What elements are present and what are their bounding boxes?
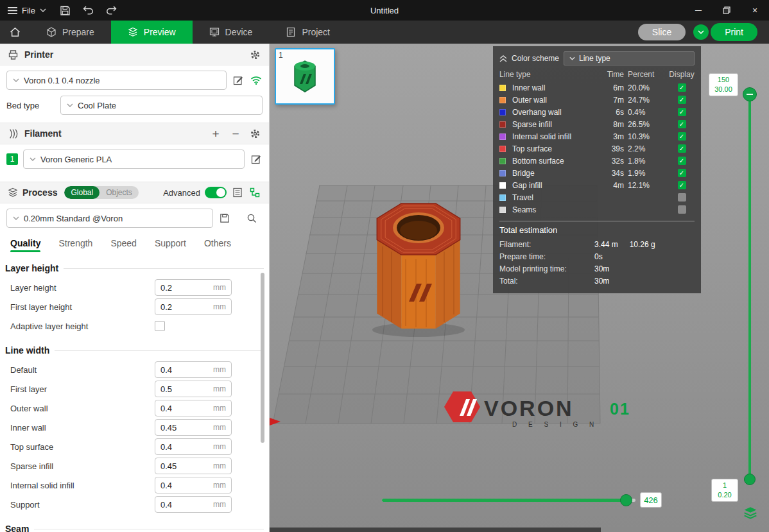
remove-filament-button[interactable]: − — [229, 128, 243, 140]
line-type-swatch — [499, 133, 506, 140]
line-type-swatch — [499, 207, 506, 213]
tab-preview[interactable]: Preview — [111, 21, 193, 44]
home-button[interactable] — [0, 21, 30, 44]
bed-type-label: Bed type — [6, 101, 55, 110]
model-object[interactable] — [372, 203, 465, 337]
tab-prepare[interactable]: Prepare — [30, 21, 111, 44]
minimize-button[interactable]: ─ — [684, 0, 713, 21]
plate-logo-text: VORON — [484, 396, 574, 420]
legend-row: Bridge 34s 1.9% — [499, 167, 695, 179]
filament-preset-value: Voron Generic PLA — [40, 155, 112, 164]
sidebar-scrollbar[interactable] — [261, 273, 264, 443]
file-menu-button[interactable]: File — [0, 0, 54, 21]
legend-row: Inner wall 6m 20.0% — [499, 82, 695, 94]
slice-button[interactable]: Slice — [638, 24, 686, 40]
filament-settings-gear-icon[interactable] — [248, 127, 261, 140]
advanced-toggle[interactable] — [205, 187, 227, 198]
setting-row: Outer wall 0.4mm — [0, 399, 269, 418]
save-button[interactable] — [54, 0, 77, 21]
plate-thumbnail[interactable]: 1 — [275, 48, 335, 105]
layer-slider-upper-handle[interactable] — [743, 87, 757, 101]
tab-strength[interactable]: Strength — [58, 238, 92, 253]
top-surface-line-width-label: Top surface — [10, 442, 155, 452]
layer-slider-lower-handle[interactable] — [744, 474, 756, 485]
filament-slot-badge[interactable]: 1 — [6, 153, 18, 165]
legend-row: Seams — [499, 203, 695, 216]
first-layer-height-input[interactable]: 0.2 mm — [155, 298, 232, 315]
line-type-swatch — [499, 109, 506, 116]
project-icon — [286, 27, 296, 37]
add-filament-button[interactable]: + — [209, 128, 223, 140]
edit-filament-preset-icon[interactable] — [250, 153, 263, 166]
search-settings-icon[interactable] — [245, 212, 258, 225]
tab-others[interactable]: Others — [204, 238, 231, 253]
step-slider-track[interactable] — [382, 499, 635, 502]
filament-icon — [8, 128, 19, 139]
adaptive-layer-height-label: Adaptive layer height — [10, 322, 155, 331]
maximize-button[interactable] — [713, 0, 741, 21]
tab-device-label: Device — [225, 27, 253, 37]
setting-row: Adaptive layer height — [0, 316, 269, 336]
display-checkbox[interactable] — [678, 193, 686, 202]
display-checkbox[interactable] — [678, 120, 686, 128]
display-checkbox[interactable] — [678, 108, 686, 116]
bed-type-select[interactable]: Cool Plate — [60, 96, 263, 115]
estimation-row: Prepare time: 0s — [499, 250, 695, 262]
redo-icon — [105, 6, 117, 15]
adaptive-layer-height-checkbox[interactable] — [155, 321, 165, 331]
save-preset-icon[interactable] — [218, 212, 231, 225]
print-button[interactable]: Print — [711, 23, 757, 41]
top-surface-line-width-input[interactable]: 0.4mm — [155, 438, 232, 455]
layer-height-input[interactable]: 0.2 mm — [155, 279, 232, 296]
tab-support[interactable]: Support — [155, 238, 186, 253]
estimation-divider — [499, 221, 695, 225]
print-options-chevron-button[interactable] — [693, 24, 709, 40]
outer-wall-line-width-input[interactable]: 0.4mm — [155, 400, 232, 416]
default-line-width-input[interactable]: 0.4mm — [155, 361, 232, 378]
close-button[interactable]: × — [741, 0, 769, 21]
filament-preset-select[interactable]: Voron Generic PLA — [23, 150, 245, 169]
legend-row: Bottom surface 32s 1.8% — [499, 155, 695, 167]
display-checkbox[interactable] — [678, 83, 686, 92]
display-checkbox[interactable] — [678, 157, 686, 165]
chevron-down-icon — [13, 216, 19, 220]
tab-quality[interactable]: Quality — [10, 238, 40, 253]
process-section-title: Process — [22, 187, 57, 198]
first-layer-line-width-input[interactable]: 0.5mm — [155, 381, 232, 397]
display-checkbox[interactable] — [678, 96, 686, 104]
inner-wall-line-width-input[interactable]: 0.45mm — [155, 419, 232, 436]
view-type-select[interactable]: Line type — [564, 51, 695, 65]
parameter-table-icon[interactable] — [231, 186, 244, 199]
tab-speed[interactable]: Speed — [110, 238, 136, 253]
printer-preset-select[interactable]: Voron 0.1 0.4 nozzle — [6, 71, 227, 90]
print-button-group: Print — [693, 23, 757, 41]
layers-view-button[interactable] — [742, 504, 759, 521]
display-checkbox[interactable] — [678, 181, 686, 189]
process-preset-select[interactable]: 0.20mm Standard @Voron — [6, 209, 213, 228]
undo-button[interactable] — [77, 0, 100, 21]
tab-device[interactable]: Device — [193, 21, 270, 44]
tab-project[interactable]: Project — [269, 21, 347, 44]
printer-settings-gear-icon[interactable] — [248, 48, 261, 61]
support-line-width-input[interactable]: 0.4mm — [155, 496, 232, 513]
display-checkbox[interactable] — [678, 205, 686, 214]
edit-printer-preset-icon[interactable] — [232, 74, 245, 87]
layers-icon — [743, 506, 757, 519]
printer-icon — [8, 49, 19, 60]
tab-prepare-label: Prepare — [62, 27, 94, 37]
tab-preview-label: Preview — [144, 27, 176, 37]
scope-objects-button[interactable]: Objects — [99, 186, 139, 199]
layer-slider-track[interactable] — [748, 94, 751, 479]
sparse-infill-line-width-input[interactable]: 0.45mm — [155, 458, 232, 474]
display-checkbox[interactable] — [678, 169, 686, 177]
objects-tree-icon[interactable] — [248, 186, 261, 199]
step-slider-handle[interactable] — [620, 494, 632, 506]
wifi-connection-icon[interactable] — [250, 74, 263, 87]
collapse-panel-icon[interactable] — [499, 55, 507, 62]
display-checkbox[interactable] — [678, 132, 686, 141]
hamburger-icon — [8, 7, 17, 14]
scope-global-button[interactable]: Global — [64, 186, 99, 199]
internal-solid-infill-line-width-input[interactable]: 0.4mm — [155, 477, 232, 493]
redo-button[interactable] — [100, 0, 123, 21]
display-checkbox[interactable] — [678, 144, 686, 153]
